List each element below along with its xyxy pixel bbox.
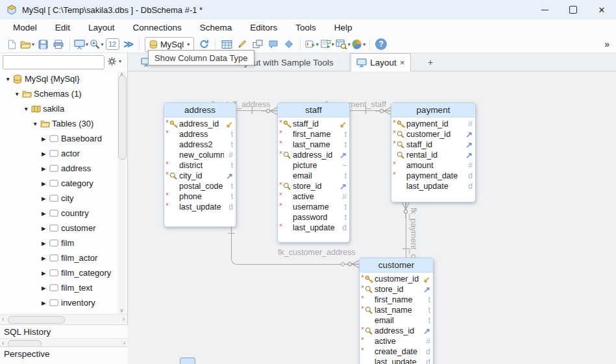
- column-row[interactable]: ×last_namet: [360, 305, 433, 315]
- column-row[interactable]: postal_codet: [164, 181, 236, 191]
- column-row[interactable]: emailt: [360, 315, 433, 326]
- tree-settings-button[interactable]: ▾: [107, 56, 121, 66]
- tree-item-table[interactable]: ▶city: [0, 191, 118, 206]
- tree-item-table[interactable]: ▶actor: [0, 146, 118, 161]
- maximize-button[interactable]: [559, 0, 587, 19]
- scroll-down-arrow[interactable]: ∨: [117, 308, 126, 314]
- expander-icon[interactable]: ▼: [32, 121, 40, 127]
- expander-icon[interactable]: ▶: [42, 225, 49, 232]
- dropdown-caret[interactable]: ▾: [348, 42, 351, 47]
- expander-icon[interactable]: ▼: [23, 106, 31, 112]
- entity-title[interactable]: payment: [391, 103, 475, 117]
- column-row[interactable]: ×address_id↙: [164, 119, 236, 129]
- column-row[interactable]: ×first_namet: [360, 295, 433, 305]
- expander-icon[interactable]: ▶: [42, 151, 49, 157]
- minimize-button[interactable]: [530, 0, 559, 19]
- column-row[interactable]: ×staff_id↗: [391, 140, 475, 150]
- column-row[interactable]: ×address_id↗: [360, 326, 433, 336]
- column-row[interactable]: ×address_id↗: [278, 150, 349, 160]
- scroll-left-arrow[interactable]: ‹: [2, 316, 4, 322]
- dropdown-caret[interactable]: ▾: [32, 42, 34, 47]
- perspective-title[interactable]: Perspective: [0, 347, 128, 360]
- tree-item-table[interactable]: ▶inventory: [0, 295, 118, 310]
- dropdown-caret[interactable]: ▾: [101, 42, 103, 47]
- tree-item-table[interactable]: ▶country: [0, 206, 118, 221]
- column-row[interactable]: new_column#: [164, 150, 236, 160]
- print-button[interactable]: [51, 36, 66, 52]
- entity-customer[interactable]: customer ×customer_id↙ ×store_id↗ ×first…: [359, 258, 434, 364]
- dropdown-caret[interactable]: ▾: [316, 42, 319, 47]
- column-row[interactable]: rental_id↗: [391, 150, 475, 160]
- shape-button[interactable]: [281, 36, 297, 52]
- column-row[interactable]: ×active#: [360, 336, 433, 346]
- search-box[interactable]: [3, 55, 105, 69]
- entity-title[interactable]: customer: [360, 258, 433, 273]
- entity-payment[interactable]: payment ×payment_id# ×customer_id↗ ×staf…: [391, 103, 476, 202]
- tree-item-table[interactable]: ▶film: [0, 236, 118, 250]
- expander-icon[interactable]: ▶: [42, 240, 49, 247]
- expander-icon[interactable]: ▶: [42, 270, 49, 276]
- menu-editors[interactable]: Editors: [241, 23, 286, 32]
- expander-icon[interactable]: ▶: [42, 210, 49, 217]
- column-row[interactable]: address2t: [164, 140, 236, 150]
- column-row[interactable]: ×customer_id↗: [391, 129, 475, 140]
- column-row[interactable]: ×first_namet: [278, 129, 349, 140]
- open-button[interactable]: ▾: [19, 36, 35, 52]
- presentation-button[interactable]: ▾: [73, 36, 89, 52]
- expander-icon[interactable]: ▼: [14, 91, 22, 97]
- entity-title[interactable]: staff: [278, 103, 349, 117]
- partially-visible-element[interactable]: [180, 358, 195, 364]
- expander-icon[interactable]: ▶: [42, 136, 49, 142]
- help-button[interactable]: ?: [373, 36, 389, 52]
- new-file-button[interactable]: [4, 36, 19, 52]
- tree-item-table[interactable]: ▶Baseboard: [0, 131, 118, 146]
- column-row[interactable]: ×phonet: [164, 191, 236, 202]
- column-row[interactable]: ×payment_dated: [391, 171, 475, 181]
- sql-history-panel[interactable]: SQL History ‹ ›: [0, 324, 128, 347]
- column-row[interactable]: ×usernamet: [278, 202, 349, 212]
- zoom-button[interactable]: ▾: [89, 36, 105, 52]
- dropdown-caret[interactable]: ▾: [187, 42, 190, 47]
- expander-icon[interactable]: ▶: [42, 300, 49, 306]
- new-tab-button[interactable]: +: [419, 53, 442, 71]
- entity-staff[interactable]: staff ×staff_id↙ ×first_namet ×last_name…: [277, 103, 350, 243]
- font-size-button[interactable]: 12: [105, 36, 120, 52]
- tree-item-sakila[interactable]: ▼sakila: [0, 101, 118, 116]
- column-row[interactable]: ×last_updated: [278, 223, 349, 233]
- tree-item-table[interactable]: ▶film_actor: [0, 250, 118, 265]
- menu-edit[interactable]: Edit: [46, 23, 79, 32]
- column-row[interactable]: ×store_id↗: [360, 284, 433, 295]
- expander-icon[interactable]: ▶: [42, 180, 49, 187]
- column-row[interactable]: ×city_id↗: [164, 171, 236, 181]
- sql-editor-button[interactable]: ▾: [304, 36, 319, 52]
- column-row[interactable]: picture~: [278, 160, 349, 171]
- tab-layout-active[interactable]: Layout ×: [351, 53, 411, 71]
- scroll-left-arrow[interactable]: ‹: [2, 340, 4, 346]
- tree-item-tables[interactable]: ▼Tables (30): [0, 116, 118, 131]
- perspective-panel[interactable]: Perspective: [0, 346, 128, 364]
- column-row[interactable]: passwordt: [278, 212, 349, 223]
- menu-model[interactable]: Model: [4, 23, 46, 32]
- column-row[interactable]: ×customer_id↙: [360, 274, 433, 284]
- column-row[interactable]: ×amount#: [391, 160, 475, 171]
- column-row[interactable]: ×last_namet: [278, 140, 349, 150]
- tree-item-table[interactable]: ▶film_category: [0, 265, 118, 280]
- scrollbar-thumb[interactable]: [8, 316, 65, 324]
- tab-close-icon[interactable]: ×: [400, 58, 405, 67]
- column-row[interactable]: ×last_updated: [164, 202, 236, 212]
- scrollbar-thumb[interactable]: [118, 75, 127, 160]
- sql-history-title[interactable]: SQL History: [0, 325, 128, 338]
- tree-item-table[interactable]: ▶address: [0, 161, 118, 176]
- column-row[interactable]: ×payment_id#: [391, 119, 475, 129]
- comment-button[interactable]: [265, 36, 281, 52]
- dropdown-caret[interactable]: ▾: [86, 42, 88, 47]
- menu-layout[interactable]: Layout: [79, 23, 124, 32]
- menu-tools[interactable]: Tools: [286, 23, 325, 32]
- tree-item-schemas[interactable]: ▼Schemas (1): [0, 86, 118, 101]
- tree-item-table[interactable]: ▶customer: [0, 221, 118, 236]
- dropdown-caret[interactable]: ▾: [332, 42, 334, 47]
- column-row[interactable]: ×store_id↗: [278, 181, 349, 191]
- expander-icon[interactable]: ▶: [42, 285, 49, 291]
- menu-schema[interactable]: Schema: [191, 23, 241, 32]
- column-row[interactable]: emailt: [278, 171, 349, 181]
